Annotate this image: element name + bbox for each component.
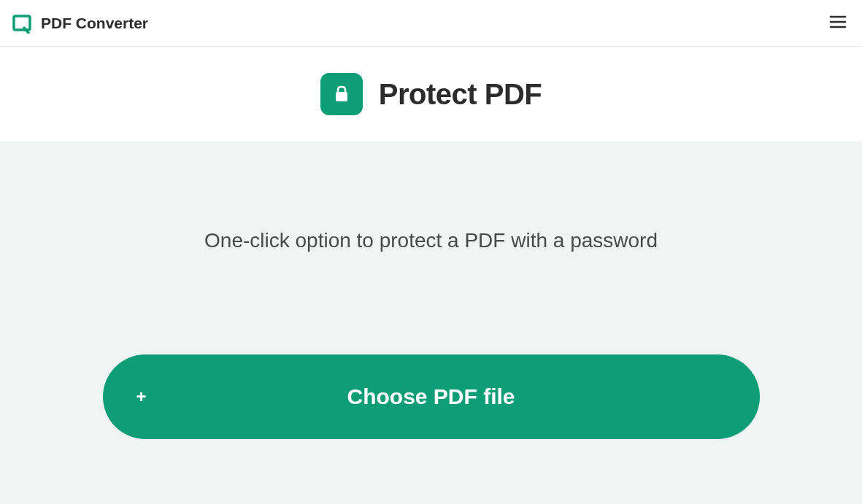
header: PDF Converter	[0, 0, 862, 47]
logo-icon	[12, 13, 32, 34]
choose-file-button[interactable]: + Choose PDF file	[103, 354, 760, 439]
plus-icon: +	[136, 387, 147, 407]
page-title: Protect PDF	[379, 78, 542, 111]
main-area: One-click option to protect a PDF with a…	[0, 141, 862, 504]
site-title: PDF Converter	[41, 15, 148, 32]
hamburger-icon	[828, 12, 847, 31]
lock-icon	[331, 83, 353, 105]
lock-badge	[320, 73, 363, 115]
logo-section[interactable]: PDF Converter	[12, 13, 148, 34]
page-description: One-click option to protect a PDF with a…	[204, 229, 658, 252]
choose-file-label: Choose PDF file	[103, 384, 760, 409]
menu-button[interactable]	[826, 9, 850, 37]
svg-rect-3	[336, 92, 347, 101]
page-title-section: Protect PDF	[0, 47, 862, 141]
